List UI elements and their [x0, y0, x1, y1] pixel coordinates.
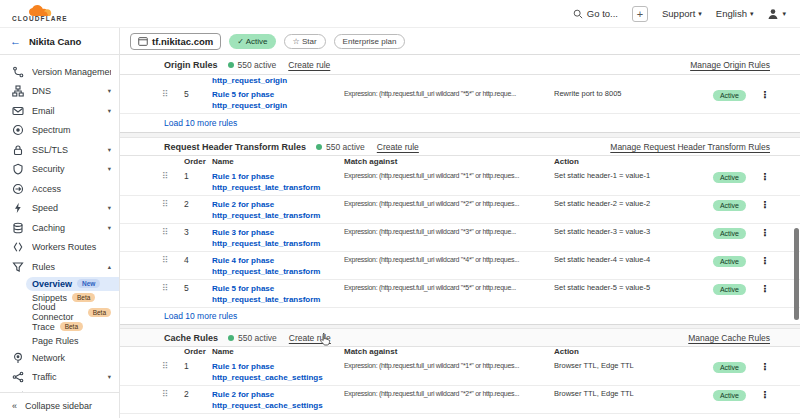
kebab-menu-icon[interactable]: ⋮	[754, 361, 770, 372]
sidebar-item-page-rules[interactable]: Page Rules	[0, 334, 119, 348]
user-menu[interactable]: ▾	[767, 8, 786, 20]
rule-name-link[interactable]: http_request_origin	[212, 75, 287, 86]
create-rule-link[interactable]: Create rule	[289, 333, 331, 343]
bolt-icon	[12, 202, 24, 214]
kebab-menu-icon[interactable]: ⋮	[754, 89, 770, 100]
column-match: Match against	[344, 347, 554, 356]
collapse-label: Collapse sidebar	[25, 401, 92, 411]
active-count: 550 active	[238, 333, 277, 343]
back-arrow-icon[interactable]: ←	[10, 35, 21, 47]
manage-origin-rules-link[interactable]: Manage Origin Rules	[690, 60, 770, 70]
sidebar-item-cloud-connector[interactable]: Cloud Connector Beta	[0, 305, 119, 319]
sidebar-item-speed[interactable]: Speed ▾	[0, 199, 119, 219]
drag-handle-icon[interactable]: ⠿	[162, 227, 184, 238]
manage-cache-rules-link[interactable]: Manage Cache Rules	[688, 333, 770, 343]
load-more-link[interactable]: Load 10 more rules	[120, 308, 800, 324]
section-title: Cache Rules	[164, 333, 218, 343]
active-dot-icon	[316, 144, 322, 150]
sidebar-item-overview[interactable]: Overview New	[26, 277, 119, 291]
rule-name-line2: http_request_origin	[212, 100, 344, 111]
support-menu[interactable]: Support ▾	[662, 8, 702, 19]
add-button[interactable]: +	[632, 6, 648, 22]
collapse-sidebar-button[interactable]: « Collapse sidebar	[0, 392, 119, 418]
top-bar: CLOUDFLARE Go to... + Support ▾ English …	[0, 0, 800, 28]
drag-handle-icon[interactable]: ⠿	[162, 389, 184, 400]
sidebar-item-label: Overview	[32, 279, 72, 289]
column-name: Name	[212, 157, 344, 166]
rule-name-link[interactable]: Rule 3 for phase http_request_late_trans…	[212, 227, 344, 249]
sidebar-item-security[interactable]: Security ▾	[0, 160, 119, 180]
rule-name-link[interactable]: Rule 2 for phase http_request_late_trans…	[212, 199, 344, 221]
zone-bar: tf.nikitac.com ✓ Active ☆ Star Enterpris…	[120, 28, 800, 55]
user-icon	[767, 8, 779, 20]
goto-search[interactable]: Go to...	[573, 8, 618, 19]
create-rule-link[interactable]: Create rule	[288, 60, 330, 70]
sidebar-item-traffic[interactable]: Traffic ▾	[0, 367, 119, 387]
drag-handle-icon[interactable]: ⠿	[162, 89, 184, 100]
rule-name-link[interactable]: Rule 4 for phase http_request_late_trans…	[212, 255, 344, 277]
rule-name-link[interactable]: Rule 5 for phase http_request_late_trans…	[212, 283, 344, 305]
sidebar-item-network[interactable]: Network	[0, 348, 119, 368]
access-icon	[12, 183, 24, 195]
dns-icon	[12, 85, 24, 97]
scrollbar-thumb[interactable]	[794, 228, 799, 320]
sidebar-item-label: Trace	[32, 322, 55, 332]
sidebar-item-rules[interactable]: Rules ▴	[0, 257, 119, 277]
chevron-down-icon: ▾	[698, 10, 702, 18]
kebab-menu-icon[interactable]: ⋮	[754, 227, 770, 238]
rule-expression: Expression: (http.request.full_uri wildc…	[344, 199, 554, 209]
rule-expression: Expression: (http.request.full_uri wildc…	[344, 389, 554, 399]
rule-name-link[interactable]: Rule 1 for phase http_request_late_trans…	[212, 171, 344, 193]
pin-icon	[12, 352, 24, 364]
create-rule-link[interactable]: Create rule	[377, 142, 419, 152]
rule-name-link[interactable]: Rule 2 for phase http_request_cache_sett…	[212, 389, 344, 411]
sidebar-item-label: Version Management	[32, 67, 111, 77]
sidebar-item-version-management[interactable]: Version Management	[0, 62, 119, 82]
chevron-down-icon: ▾	[108, 107, 111, 115]
sidebar-item-email[interactable]: Email ▾	[0, 101, 119, 121]
drag-handle-icon[interactable]: ⠿	[162, 361, 184, 372]
sidebar-item-dns[interactable]: DNS ▾	[0, 82, 119, 102]
rules-content: Origin Rules 550 active Create rule Mana…	[120, 55, 800, 418]
rule-action: Set static header-4 = value-4	[554, 255, 713, 265]
kebab-menu-icon[interactable]: ⋮	[754, 389, 770, 400]
rule-order: 3	[184, 227, 212, 238]
sidebar-item-spectrum[interactable]: Spectrum	[0, 121, 119, 141]
sidebar-item-label: SSL/TLS	[32, 145, 108, 155]
rule-action: Browser TTL, Edge TTL	[554, 361, 713, 371]
rule-name-link[interactable]: Rule 5 for phase http_request_origin	[212, 89, 344, 111]
drag-handle-icon[interactable]: ⠿	[162, 171, 184, 182]
table-row-partial: http_request_origin	[120, 75, 800, 86]
kebab-menu-icon[interactable]: ⋮	[754, 283, 770, 294]
zone-selector[interactable]: tf.nikitac.com	[130, 33, 221, 50]
traffic-icon	[12, 371, 24, 383]
rule-name-line1: Rule 5 for phase	[212, 283, 344, 294]
chevron-down-icon: ▾	[750, 10, 754, 18]
shield-icon	[12, 163, 24, 175]
kebab-menu-icon[interactable]: ⋮	[754, 171, 770, 182]
rule-name-line2: http_request_cache_settings	[212, 372, 344, 383]
kebab-menu-icon[interactable]: ⋮	[754, 199, 770, 210]
rule-name-link[interactable]: Rule 1 for phase http_request_cache_sett…	[212, 361, 344, 383]
rule-name-line1: Rule 1 for phase	[212, 171, 344, 182]
kebab-menu-icon[interactable]: ⋮	[754, 255, 770, 266]
drag-handle-icon[interactable]: ⠿	[162, 255, 184, 266]
drag-handle-icon[interactable]: ⠿	[162, 283, 184, 294]
star-button[interactable]: ☆ Star	[284, 34, 326, 49]
account-name: Nikita Cano	[29, 36, 81, 47]
manage-transform-rules-link[interactable]: Manage Request Header Transform Rules	[610, 142, 770, 152]
beta-badge: Beta	[60, 322, 83, 331]
sidebar-item-ssl-tls[interactable]: SSL/TLS ▾	[0, 140, 119, 160]
table-row: ⠿ 3 Rule 3 for phase http_request_late_t…	[120, 224, 800, 252]
site-icon	[138, 37, 148, 46]
language-menu[interactable]: English ▾	[716, 8, 754, 19]
table-row: ⠿ 2 Rule 2 for phase http_request_cache_…	[120, 386, 800, 414]
load-more-link[interactable]: Load 10 more rules	[120, 114, 800, 132]
cloudflare-logo[interactable]: CLOUDFLARE	[12, 5, 68, 23]
sidebar-item-workers-routes[interactable]: Workers Routes	[0, 238, 119, 258]
sidebar-item-access[interactable]: Access	[0, 179, 119, 199]
active-dot-icon	[228, 335, 234, 341]
sidebar-item-caching[interactable]: Caching ▾	[0, 218, 119, 238]
drag-handle-icon[interactable]: ⠿	[162, 199, 184, 210]
column-order: Order	[184, 157, 212, 166]
